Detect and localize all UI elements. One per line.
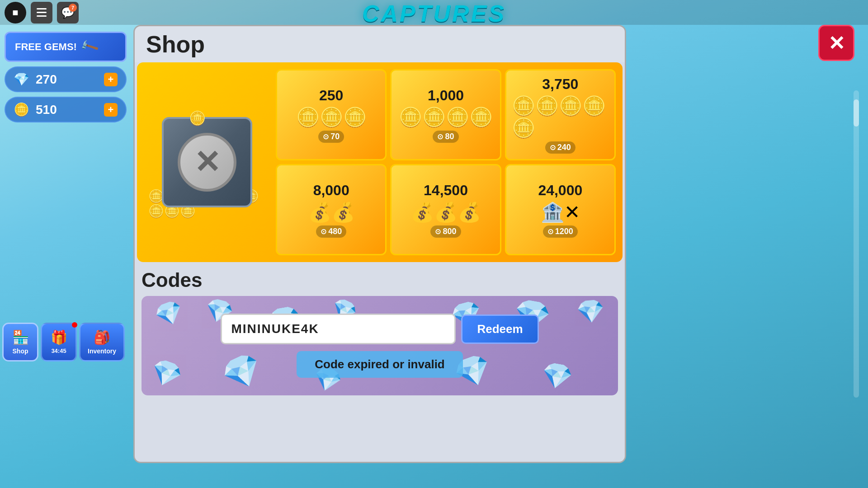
notification-badge: 7 xyxy=(69,4,77,12)
gems-currency-row: 💎 270 + xyxy=(5,66,127,92)
coins-plus-button[interactable]: + xyxy=(104,103,118,117)
gem-decoration: 💎 xyxy=(146,355,186,393)
redeem-button[interactable]: Redeem xyxy=(461,314,538,344)
pack-price: ⊙ 1200 xyxy=(543,225,578,238)
codes-title: Codes xyxy=(142,269,618,291)
inventory-tab-label: Inventory xyxy=(88,347,116,355)
code-input[interactable] xyxy=(221,314,456,344)
free-gems-button[interactable]: FREE GEMS! 🔨 xyxy=(5,32,127,62)
pack-coins-icon: 💰💰 xyxy=(308,201,355,223)
pack-coins-icon: 🏦✕ xyxy=(541,201,580,223)
scroll-indicator xyxy=(854,90,859,398)
coins-value: 510 xyxy=(36,103,57,117)
roblox-logo[interactable]: ■ xyxy=(5,2,26,23)
menu-button[interactable] xyxy=(31,2,52,23)
codes-box: 💎 💎 💎 💎 💎 💎 💎 💎 💎 💎 💎 💎 Redeem Code expi… xyxy=(142,296,618,395)
gift-tab-timer: 34:45 xyxy=(51,347,66,354)
safe-image: 🪙🪙🪙🪙🪙🪙🪙🪙🪙🪙 ✕ 🪙 xyxy=(144,99,270,225)
codes-section: Codes 💎 💎 💎 💎 💎 💎 💎 💎 💎 💎 💎 💎 Redeem Cod… xyxy=(135,262,625,462)
coin-pack-250[interactable]: 250 🪙🪙🪙 ⊙ 70 xyxy=(276,69,387,160)
pack-coins-icon: 💰💰💰 xyxy=(410,201,481,223)
pack-amount: 8,000 xyxy=(313,182,349,199)
nav-tab-shop[interactable]: 🏪 Shop xyxy=(2,323,38,361)
notification-button[interactable]: 💬 7 xyxy=(57,2,79,23)
nav-tab-inventory[interactable]: 🎒 Inventory xyxy=(79,323,125,361)
pack-price: ⊙ 480 xyxy=(316,225,346,238)
top-bar: ■ 💬 7 xyxy=(0,0,868,25)
coins-section: 🪙🪙🪙🪙🪙🪙🪙🪙🪙🪙 ✕ 🪙 250 🪙🪙🪙 ⊙ 70 1,000 xyxy=(137,62,623,262)
safe-3d: 🪙🪙🪙🪙🪙🪙🪙🪙🪙🪙 ✕ 🪙 xyxy=(153,108,261,216)
robux-icon: ⊙ xyxy=(550,143,556,152)
coin-pack-8000[interactable]: 8,000 💰💰 ⊙ 480 xyxy=(276,164,387,255)
gem-decoration: 💎 xyxy=(539,359,575,394)
left-sidebar: FREE GEMS! 🔨 💎 270 + 🪙 510 + xyxy=(0,25,131,129)
pack-amount: 24,000 xyxy=(538,182,582,199)
gem-decoration: 💎 xyxy=(217,347,269,395)
coin-pack-3750[interactable]: 3,750 🪙🪙🪙🪙🪙 ⊙ 240 xyxy=(505,69,616,160)
safe-lock: ✕ xyxy=(178,133,236,192)
bottom-nav: 🏪 Shop 🎁 34:45 🎒 Inventory xyxy=(2,323,125,361)
free-gems-label: FREE GEMS! xyxy=(15,41,77,53)
coin-pack-24000[interactable]: 24,000 🏦✕ ⊙ 1200 xyxy=(505,164,616,255)
coin-pack-grid: 250 🪙🪙🪙 ⊙ 70 1,000 🪙🪙🪙🪙 ⊙ 80 3,750 🪙🪙🪙🪙🪙 xyxy=(276,69,616,255)
shop-tab-icon: 🏪 xyxy=(12,329,29,345)
pack-price: ⊙ 800 xyxy=(430,225,461,238)
gems-plus-button[interactable]: + xyxy=(104,73,118,86)
gems-value: 270 xyxy=(36,72,57,87)
pack-coins-icon: 🪙🪙🪙🪙 xyxy=(399,106,493,128)
pack-amount: 14,500 xyxy=(424,182,468,199)
robux-icon: ⊙ xyxy=(437,132,443,141)
shop-tab-label: Shop xyxy=(13,347,28,355)
robux-icon: ⊙ xyxy=(321,227,326,236)
coin-pack-1000[interactable]: 1,000 🪙🪙🪙🪙 ⊙ 80 xyxy=(390,69,501,160)
error-message: Code expired or invalid xyxy=(297,351,463,378)
gem-decoration: 💎 xyxy=(151,296,187,331)
pack-amount: 1,000 xyxy=(428,87,464,104)
pack-price: ⊙ 70 xyxy=(318,131,344,143)
nav-tab-gifts[interactable]: 🎁 34:45 xyxy=(41,323,77,361)
coins-currency-row: 🪙 510 + xyxy=(5,97,127,122)
shop-title: Shop xyxy=(135,26,625,62)
gift-tab-icon: 🎁 xyxy=(51,329,67,345)
safe-body: ✕ xyxy=(162,117,252,207)
coin-pack-14500[interactable]: 14,500 💰💰💰 ⊙ 800 xyxy=(390,164,501,255)
scroll-thumb[interactable] xyxy=(854,99,859,127)
pack-amount: 250 xyxy=(319,87,343,104)
pack-coins-icon: 🪙🪙🪙🪙🪙 xyxy=(512,95,609,139)
robux-icon: ⊙ xyxy=(547,227,553,236)
hammer-icon: 🔨 xyxy=(79,36,100,57)
close-button[interactable]: ✕ xyxy=(818,25,854,61)
robux-icon: ⊙ xyxy=(435,227,441,236)
pack-coins-icon: 🪙🪙🪙 xyxy=(296,106,367,128)
coin-icon: 🪙 xyxy=(14,102,29,117)
pack-amount: 3,750 xyxy=(542,76,578,93)
code-input-row: Redeem xyxy=(221,314,538,344)
robux-icon: ⊙ xyxy=(323,132,329,141)
inventory-tab-icon: 🎒 xyxy=(94,329,110,345)
gift-notification-dot xyxy=(72,322,77,328)
pack-price: ⊙ 240 xyxy=(545,141,576,154)
shop-panel: Shop 🪙🪙🪙🪙🪙🪙🪙🪙🪙🪙 ✕ 🪙 250 🪙🪙🪙 ⊙ xyxy=(133,25,626,463)
gem-icon: 💎 xyxy=(14,72,29,87)
pack-price: ⊙ 80 xyxy=(433,131,458,143)
gem-decoration: 💎 xyxy=(576,297,606,325)
